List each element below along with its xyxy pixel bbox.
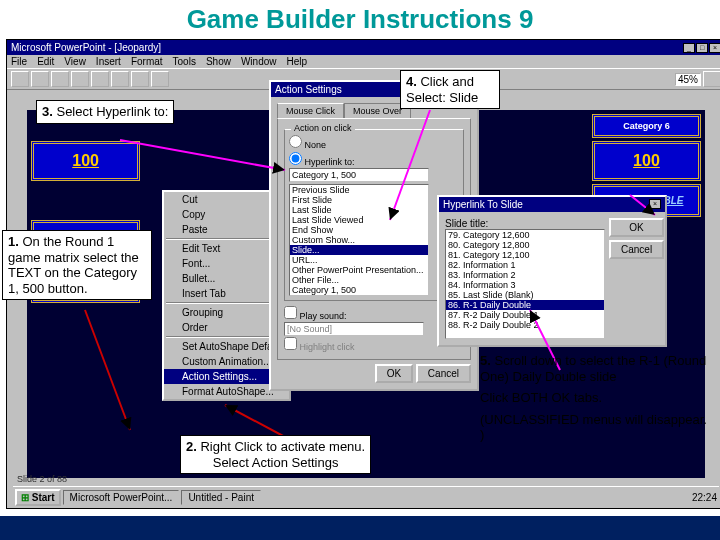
slide-counter: Slide 2 of 88	[17, 474, 67, 484]
print-icon[interactable]	[71, 71, 89, 87]
help-icon[interactable]	[703, 71, 720, 87]
radio-none[interactable]	[289, 135, 302, 148]
list-item[interactable]: 80. Category 12,800	[446, 240, 604, 250]
menu-insert[interactable]: Insert	[96, 56, 121, 67]
menu-slideshow[interactable]: Show	[206, 56, 231, 67]
callout-1: 1. On the Round 1 game matrix select the…	[2, 230, 152, 300]
cancel-button[interactable]: Cancel	[609, 240, 664, 259]
list-item[interactable]: URL...	[290, 255, 428, 265]
hyperlink-listbox[interactable]: Previous Slide First Slide Last Slide La…	[289, 184, 429, 296]
taskbar: ⊞ Start Microsoft PowerPoint... Untitled…	[13, 486, 719, 508]
list-item[interactable]: 85. Last Slide (Blank)	[446, 290, 604, 300]
list-item[interactable]: End Show	[290, 225, 428, 235]
tab-mouse-click[interactable]: Mouse Click	[277, 103, 344, 118]
list-item[interactable]: 83. Information 2	[446, 270, 604, 280]
cancel-button[interactable]: Cancel	[416, 364, 471, 383]
open-icon[interactable]	[31, 71, 49, 87]
list-item[interactable]: Category 1, 500	[290, 285, 428, 295]
radio-hyperlink-label: Hyperlink to:	[305, 157, 355, 167]
page-title: Game Builder Instructions 9	[0, 0, 720, 39]
hyperlink-dropdown[interactable]: Category 1, 500	[289, 168, 429, 182]
task-button[interactable]: Untitled - Paint	[181, 490, 261, 505]
slide-listbox[interactable]: 79. Category 12,600 80. Category 12,800 …	[445, 229, 605, 339]
checkbox-play-sound[interactable]	[284, 306, 297, 319]
save-icon[interactable]	[51, 71, 69, 87]
list-item[interactable]: Previous Slide	[290, 185, 428, 195]
list-item[interactable]: 87. R-2 Daily Double 1	[446, 310, 604, 320]
menu-file[interactable]: File	[11, 56, 27, 67]
minimize-icon[interactable]: _	[683, 43, 695, 53]
list-item[interactable]: 88. R-2 Daily Double 2	[446, 320, 604, 330]
zoom-field[interactable]: 45%	[675, 73, 701, 86]
new-icon[interactable]	[11, 71, 29, 87]
group-label: Action on click	[291, 123, 355, 133]
list-item[interactable]: First Slide	[290, 195, 428, 205]
spell-icon[interactable]	[91, 71, 109, 87]
list-item[interactable]: Other PowerPoint Presentation...	[290, 265, 428, 275]
highlight-label: Highlight click	[300, 342, 355, 352]
dialog-title: Hyperlink To Slide	[443, 199, 523, 210]
category-header: Category 6	[592, 114, 701, 138]
window-titlebar: Microsoft PowerPoint - [Jeopardy] _ □ ×	[7, 40, 720, 55]
menu-format[interactable]: Format	[131, 56, 163, 67]
close-icon[interactable]: ×	[649, 199, 661, 209]
cut-icon[interactable]	[111, 71, 129, 87]
menu-bar: File Edit View Insert Format Tools Show …	[7, 55, 720, 68]
callout-2: 2. Right Click to activate menu.Select A…	[180, 435, 371, 474]
callout-4: 4. Click and Select: Slide	[400, 70, 500, 109]
dialog-title: Action Settings	[275, 84, 342, 95]
copy-icon[interactable]	[131, 71, 149, 87]
slide-title-label: Slide title:	[445, 218, 605, 229]
menu-window[interactable]: Window	[241, 56, 277, 67]
radio-none-label: None	[305, 140, 327, 150]
menu-help[interactable]: Help	[287, 56, 308, 67]
maximize-icon[interactable]: □	[696, 43, 708, 53]
list-item[interactable]: 84. Information 3	[446, 280, 604, 290]
start-button[interactable]: ⊞ Start	[15, 489, 61, 506]
ok-button[interactable]: OK	[375, 364, 413, 383]
footer-bar	[0, 516, 720, 540]
list-item[interactable]: Last Slide	[290, 205, 428, 215]
board-value[interactable]: 100	[592, 141, 701, 181]
list-item[interactable]: Last Slide Viewed	[290, 215, 428, 225]
board-value[interactable]: 100	[31, 141, 140, 181]
list-item[interactable]: 79. Category 12,600	[446, 230, 604, 240]
list-item-selected[interactable]: Slide...	[290, 245, 428, 255]
list-item[interactable]: 81. Category 12,100	[446, 250, 604, 260]
radio-hyperlink[interactable]	[289, 152, 302, 165]
hyperlink-to-slide-dialog: Hyperlink To Slide× Slide title: 79. Cat…	[437, 195, 667, 347]
ok-button[interactable]: OK	[609, 218, 664, 237]
menu-view[interactable]: View	[64, 56, 86, 67]
sound-dropdown[interactable]: [No Sound]	[284, 322, 424, 336]
list-item[interactable]: 82. Information 1	[446, 260, 604, 270]
clock: 22:24	[692, 492, 717, 503]
checkbox-highlight[interactable]	[284, 337, 297, 350]
task-button[interactable]: Microsoft PowerPoint...	[63, 490, 180, 505]
list-item[interactable]: Custom Show...	[290, 235, 428, 245]
menu-edit[interactable]: Edit	[37, 56, 54, 67]
list-item[interactable]: Other File...	[290, 275, 428, 285]
callout-5: 5. Scroll down to select the R-1 (Round …	[475, 350, 715, 446]
paste-icon[interactable]	[151, 71, 169, 87]
play-sound-label: Play sound:	[300, 311, 347, 321]
callout-3: 3. 3. Select Hyperlink to:Select Hyperli…	[36, 100, 174, 124]
list-item-selected[interactable]: 86. R-1 Daily Double	[446, 300, 604, 310]
close-icon[interactable]: ×	[709, 43, 720, 53]
window-title: Microsoft PowerPoint - [Jeopardy]	[11, 42, 161, 53]
menu-tools[interactable]: Tools	[173, 56, 196, 67]
